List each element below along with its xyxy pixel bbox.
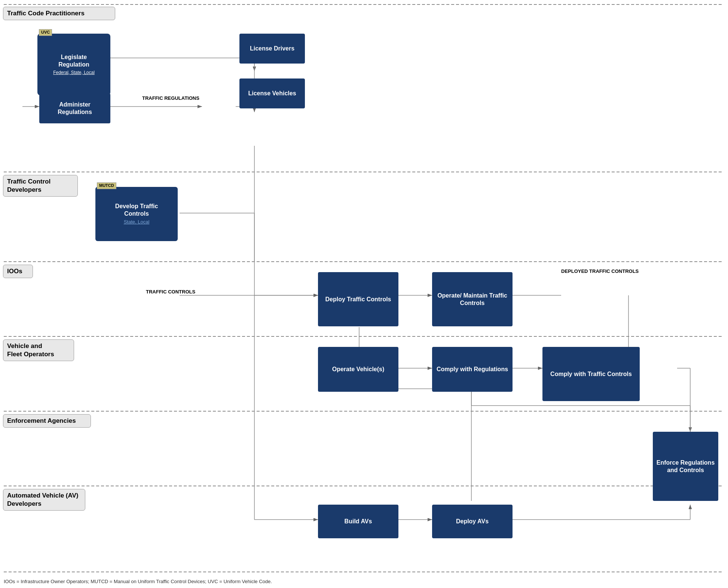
comply-traffic-controls-box: Comply with Traffic Controls [542,347,640,401]
mutcd-badge: MUTCD [97,182,116,189]
develop-label: Develop Traffic Controls [115,203,158,218]
license-drivers-box: License Drivers [239,34,305,64]
lane-label-av: Automated Vehicle (AV) Developers [3,489,85,511]
deployed-traffic-controls-label: DEPLOYED TRAFFIC CONTROLS [561,268,639,274]
deploy-controls-box: Deploy Traffic Controls [318,272,398,326]
operate-vehicles-box: Operate Vehicle(s) [318,347,398,392]
footnote: IOOs = Infrastructure Owner Operators; M… [4,579,272,584]
comply-regulations-box: Comply with Regulations [432,347,513,392]
develop-subtitle: State, Local [124,219,150,225]
legislate-subtitle: Federal, State, Local [53,70,95,76]
lane-label-ioos: IOOs [3,265,33,278]
legislate-regulation-box: UVC Legislate Regulation Federal, State,… [37,34,110,95]
lane-label-enforcement: Enforcement Agencies [3,414,91,428]
uvc-badge: UVC [39,29,52,36]
license-vehicles-box: License Vehicles [239,78,305,108]
lane-label-traffic-code: Traffic Code Practitioners [3,7,115,20]
deploy-avs-box: Deploy AVs [432,505,513,538]
operate-maintain-box: Operate/ Maintain Traffic Controls [432,272,513,326]
enforce-box: Enforce Regulations and Controls [653,432,718,501]
lane-label-vehicle-fleet: Vehicle and Fleet Operators [3,339,74,361]
traffic-regulations-label: TRAFFIC REGULATIONS [142,95,199,101]
develop-controls-box: MUTCD Develop Traffic Controls State, Lo… [95,187,178,241]
lane-label-traffic-control: Traffic Control Developers [3,175,78,197]
legislate-label: Legislate Regulation [58,53,89,68]
administer-regulations-box: Administer Regulations [39,93,110,123]
traffic-controls-label: TRAFFIC CONTROLS [146,289,195,295]
build-avs-box: Build AVs [318,505,398,538]
diagram-container: Traffic Code Practitioners Traffic Contr… [0,0,728,588]
